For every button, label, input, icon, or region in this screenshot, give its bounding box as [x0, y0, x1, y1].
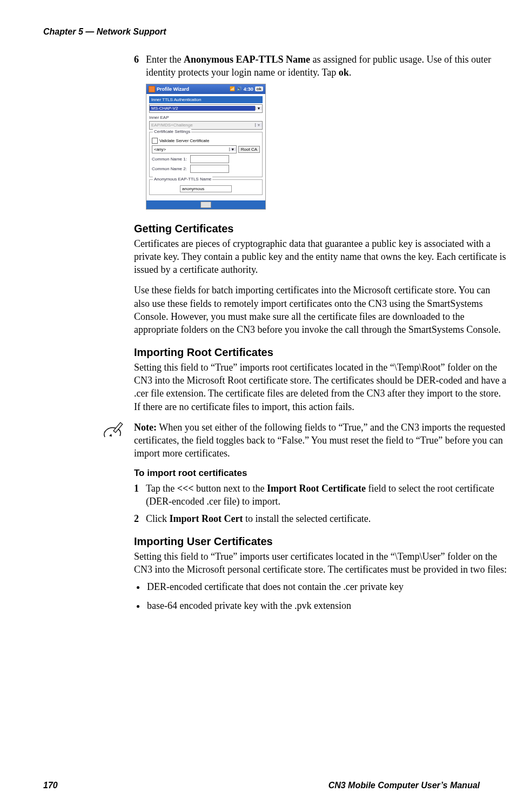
- inner-ttls-value: MS-CHAP-V2: [150, 106, 255, 111]
- inner-ttls-select: MS-CHAP-V2 ▼: [149, 104, 263, 113]
- importing-user-heading: Importing User Certificates: [134, 535, 507, 548]
- cn2-label: Common Name 2:: [152, 166, 189, 171]
- manual-title: CN3 Mobile Computer User’s Manual: [328, 781, 480, 790]
- step-6: 6 Enter the Anonymous EAP-TTLS Name as a…: [134, 53, 507, 79]
- cn2-input: [190, 165, 229, 173]
- wizard-titlebar: Profile Wizard 📶 🔊 4:30 ok: [146, 84, 265, 94]
- user-cert-bullets: DER-encoded certificate that does not co…: [146, 580, 507, 612]
- inner-ttls-label: Inner TTLS Authentication: [149, 96, 263, 103]
- note-body: When you set either of the following fie…: [134, 422, 505, 459]
- wizard-title-text: Profile Wizard: [157, 86, 189, 92]
- certificate-settings-group: Certificate Settings Validate Server Cer…: [149, 132, 263, 177]
- step6-bold1: Anonymous EAP-TTLS Name: [184, 54, 310, 65]
- anon-name-group: Anonymous EAP-TTLS Name anonymous: [149, 179, 263, 195]
- s2-bold: Import Root Cert: [170, 513, 243, 524]
- getting-certificates-p1: Certificates are pieces of cryptographic…: [134, 237, 507, 277]
- chevron-down-icon: ▼: [229, 147, 236, 151]
- s2-post: to install the selected certificate.: [243, 513, 371, 524]
- step6-post: .: [349, 67, 352, 78]
- clock-text: 4:30: [244, 86, 253, 92]
- cn1-label: Common Name 1:: [152, 157, 189, 162]
- note-label: Note:: [134, 422, 157, 433]
- to-import-root-heading: To import root certificates: [134, 468, 507, 479]
- step6-bold2: ok: [339, 67, 349, 78]
- step-6-text: Enter the Anonymous EAP-TTLS Name as ass…: [146, 53, 507, 79]
- importing-root-heading: Importing Root Certificates: [134, 346, 507, 359]
- svg-marker-1: [109, 434, 112, 437]
- anon-name-legend: Anonymous EAP-TTLS Name: [153, 177, 212, 182]
- s1-mid1: button next to the: [194, 483, 267, 494]
- keyboard-icon: [200, 202, 211, 208]
- import-step-2-number: 2: [134, 512, 146, 525]
- import-step-2-text: Click Import Root Cert to install the se…: [146, 512, 507, 525]
- page-number: 170: [43, 781, 58, 790]
- getting-certificates-heading: Getting Certificates: [134, 223, 507, 235]
- validate-server-label: Validate Server Certificate: [159, 138, 209, 143]
- import-step-1-number: 1: [134, 482, 146, 508]
- signal-icon: 📶: [230, 86, 235, 91]
- s1-bold2: Import Root Certificate: [267, 483, 366, 494]
- importing-root-p: Setting this field to “True” imports roo…: [134, 361, 507, 413]
- s2-pre: Click: [146, 513, 170, 524]
- import-step-1: 1 Tap the <<< button next to the Import …: [134, 482, 507, 508]
- validate-server-checkbox-row: Validate Server Certificate: [152, 138, 260, 144]
- step-6-number: 6: [134, 53, 146, 79]
- bullet-2: base-64 encoded private key with the .pv…: [146, 599, 507, 612]
- chapter-header: Chapter 5 — Network Support: [43, 27, 480, 37]
- anon-name-input: anonymous: [180, 185, 232, 192]
- note-text: Note: When you set either of the followi…: [134, 421, 507, 460]
- inner-eap-value: EAP/MDS+Challenge: [150, 123, 255, 127]
- import-step-2: 2 Click Import Root Cert to install the …: [134, 512, 507, 525]
- import-step-1-text: Tap the <<< button next to the Import Ro…: [146, 482, 507, 508]
- bullet-1: DER-encoded certificate that does not co…: [146, 580, 507, 593]
- inner-eap-select: EAP/MDS+Challenge ▼: [149, 121, 263, 130]
- checkbox-icon: [152, 138, 158, 144]
- s1-pre: Tap the: [146, 483, 177, 494]
- issuer-value: <any>: [152, 147, 229, 152]
- issuer-select: <any>▼: [152, 145, 237, 153]
- soft-keyboard-bar: [146, 200, 265, 209]
- cn1-input: [190, 155, 229, 163]
- chevron-down-icon: ▼: [255, 106, 262, 110]
- chevron-down-icon: ▼: [255, 123, 262, 127]
- inner-eap-label: Inner EAP: [149, 115, 263, 120]
- certificate-settings-legend: Certificate Settings: [153, 129, 191, 134]
- getting-certificates-p2: Use these fields for batch importing cer…: [134, 284, 507, 336]
- ok-soft-button: ok: [255, 86, 263, 91]
- start-flag-icon: [149, 86, 155, 92]
- s1-bold1: <<<: [177, 483, 194, 494]
- speaker-icon: 🔊: [237, 86, 242, 91]
- root-ca-button: Root CA: [238, 146, 260, 153]
- profile-wizard-screenshot: Profile Wizard 📶 🔊 4:30 ok Inner TTLS Au…: [146, 84, 507, 210]
- importing-user-p: Setting this field to “True” imports use…: [134, 550, 507, 576]
- step6-pre: Enter the: [146, 54, 184, 65]
- note-pencil-icon: [102, 421, 129, 444]
